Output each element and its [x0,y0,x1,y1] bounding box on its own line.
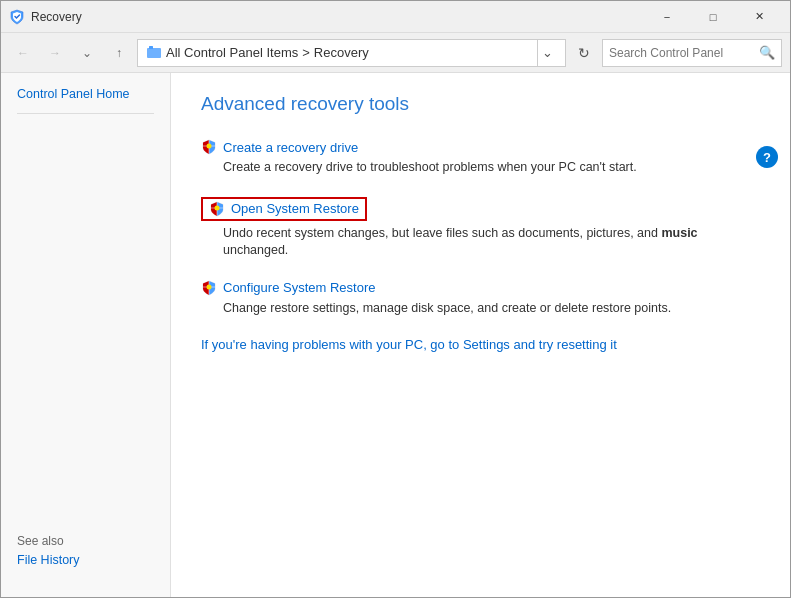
window-controls: − □ ✕ [644,1,782,33]
content-area: Control Panel Home See also File History… [1,73,790,597]
search-box[interactable]: 🔍 [602,39,782,67]
open-system-restore-desc: Undo recent system changes, but leave fi… [201,225,760,260]
svg-point-4 [207,284,212,289]
create-recovery-drive-item: Create a recovery drive Create a recover… [201,139,760,177]
breadcrumb: All Control Panel Items > Recovery [166,45,533,60]
open-system-restore-link[interactable]: Open System Restore [201,197,367,221]
breadcrumb-part2: Recovery [314,45,369,60]
search-input[interactable] [609,46,759,60]
back-button[interactable]: ← [9,39,37,67]
configure-system-restore-item: Configure System Restore Change restore … [201,280,760,318]
forward-button[interactable]: → [41,39,69,67]
search-icon: 🔍 [759,45,775,60]
main-panel: Advanced recovery tools Crea [171,73,790,597]
shield-icon-2 [209,201,225,217]
address-box[interactable]: All Control Panel Items > Recovery ⌄ [137,39,566,67]
svg-point-3 [215,205,220,210]
breadcrumb-sep: > [302,45,310,60]
sidebar-separator [17,113,154,114]
configure-system-restore-text: Configure System Restore [223,280,375,295]
address-icon [146,45,162,61]
svg-point-2 [207,144,212,149]
create-recovery-drive-text: Create a recovery drive [223,140,358,155]
see-also-section: See also File History [1,534,96,567]
breadcrumb-part1: All Control Panel Items [166,45,298,60]
configure-system-restore-desc: Change restore settings, manage disk spa… [201,300,760,318]
shield-icon-3 [201,280,217,296]
maximize-button[interactable]: □ [690,1,736,33]
minimize-button[interactable]: − [644,1,690,33]
window-icon [9,9,25,25]
up-button[interactable]: ↑ [105,39,133,67]
svg-rect-0 [147,48,161,58]
shield-icon-1 [201,139,217,155]
sidebar: Control Panel Home See also File History [1,73,171,597]
sidebar-control-panel-home[interactable]: Control Panel Home [1,83,170,105]
reset-settings-link[interactable]: If you're having problems with your PC, … [201,337,760,352]
tool2-desc-post: unchanged. [223,243,288,257]
tool2-desc-pre: Undo recent system changes, but leave fi… [223,226,661,240]
configure-system-restore-link[interactable]: Configure System Restore [201,280,760,296]
refresh-button[interactable]: ↻ [570,39,598,67]
recent-button[interactable]: ⌄ [73,39,101,67]
tool2-desc-bold: music [661,226,697,240]
address-bar: ← → ⌄ ↑ All Control Panel Items > Recove… [1,33,790,73]
section-title: Advanced recovery tools [201,93,760,115]
svg-rect-1 [149,46,153,49]
create-recovery-drive-desc: Create a recovery drive to troubleshoot … [201,159,760,177]
open-system-restore-text: Open System Restore [231,201,359,216]
close-button[interactable]: ✕ [736,1,782,33]
window-title: Recovery [31,10,644,24]
file-history-link[interactable]: File History [17,553,80,567]
see-also-title: See also [17,534,80,548]
open-system-restore-item: Open System Restore Undo recent system c… [201,197,760,260]
address-dropdown-button[interactable]: ⌄ [537,39,557,67]
create-recovery-drive-link[interactable]: Create a recovery drive [201,139,760,155]
title-bar: Recovery − □ ✕ [1,1,790,33]
